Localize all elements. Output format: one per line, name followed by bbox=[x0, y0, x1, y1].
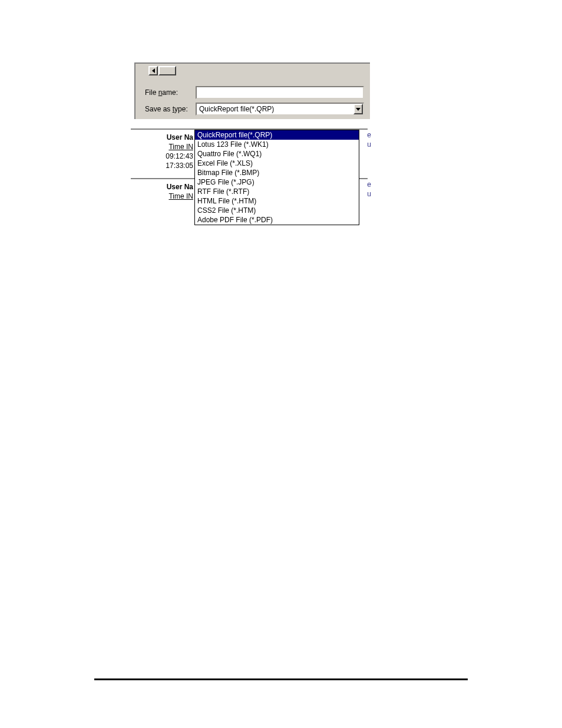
chevron-down-icon bbox=[356, 108, 361, 111]
option-quickreport[interactable]: QuickReport file(*.QRP) bbox=[195, 130, 359, 140]
edge-letter-1: e bbox=[367, 131, 371, 139]
scroll-thumb[interactable] bbox=[158, 66, 176, 75]
edge-letter-4: u bbox=[367, 190, 371, 198]
save-dialog: File name: Save as type: QuickReport fil… bbox=[134, 62, 370, 119]
save-as-type-label: Save as type: bbox=[145, 105, 196, 113]
option-quattro[interactable]: Quattro File (*.WQ1) bbox=[195, 149, 359, 159]
scroll-left-button[interactable] bbox=[148, 66, 158, 75]
arrow-left-icon bbox=[152, 68, 155, 73]
save-as-type-listbox[interactable]: QuickReport file(*.QRP) Lotus 123 File (… bbox=[194, 130, 359, 225]
time-value-2: 17:33:05 bbox=[134, 162, 193, 170]
option-css2[interactable]: CSS2 File (*.HTM) bbox=[195, 206, 359, 215]
time-in-label-1: Time IN bbox=[168, 143, 193, 151]
edge-letter-2: u bbox=[367, 140, 371, 149]
file-name-input[interactable] bbox=[196, 86, 364, 99]
time-value-1: 09:12:43 bbox=[134, 152, 193, 160]
option-pdf[interactable]: Adobe PDF File (*.PDF) bbox=[195, 215, 359, 225]
file-name-label: File name: bbox=[145, 88, 196, 97]
combo-selected-text: QuickReport file(*.QRP) bbox=[197, 105, 353, 113]
user-name-label-2: User Na bbox=[167, 183, 193, 191]
time-in-label-2: Time IN bbox=[168, 192, 193, 200]
option-lotus123[interactable]: Lotus 123 File (*.WK1) bbox=[195, 140, 359, 149]
option-jpeg[interactable]: JPEG File (*.JPG) bbox=[195, 177, 359, 187]
option-html[interactable]: HTML File (*.HTM) bbox=[195, 196, 359, 206]
option-bitmap[interactable]: Bitmap File (*.BMP) bbox=[195, 168, 359, 177]
footer-rule bbox=[94, 678, 468, 680]
combo-dropdown-button[interactable] bbox=[353, 104, 363, 114]
edge-letter-3: e bbox=[367, 180, 371, 189]
user-name-label-1: User Na bbox=[167, 133, 193, 141]
option-rtf[interactable]: RTF File (*.RTF) bbox=[195, 187, 359, 196]
save-as-type-combo[interactable]: QuickReport file(*.QRP) bbox=[196, 103, 364, 116]
option-excel[interactable]: Excel File (*.XLS) bbox=[195, 159, 359, 168]
horizontal-scrollbar[interactable] bbox=[137, 66, 366, 80]
